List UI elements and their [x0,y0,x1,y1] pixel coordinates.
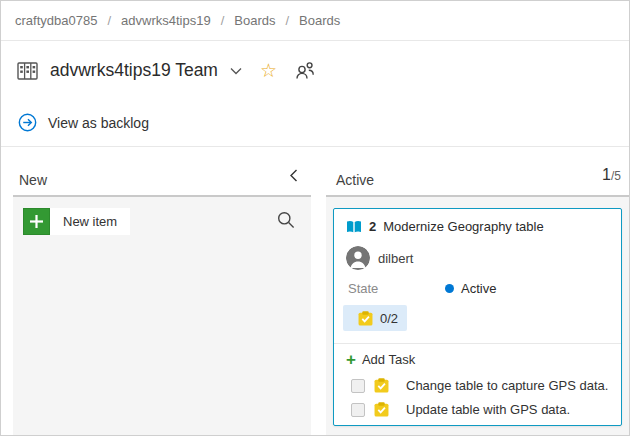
breadcrumb-separator: / [221,13,225,28]
view-as-backlog-link[interactable]: View as backlog [48,115,149,131]
user-story-icon [346,220,362,234]
task-title[interactable]: Update table with GPS data. [406,402,570,417]
state-dot-icon [445,284,454,293]
task-row: Update table with GPS data. [351,402,615,417]
chevron-left-icon[interactable] [289,169,298,182]
search-icon[interactable] [277,211,295,229]
chevron-down-icon[interactable] [230,67,242,75]
new-item-button[interactable]: New item [23,208,130,235]
column-count-limit: /5 [611,169,621,183]
star-icon[interactable]: ☆ [260,61,277,80]
view-as-backlog-row: View as backlog [1,99,629,147]
plus-icon [23,208,50,235]
column-new: New item [13,197,311,435]
board-grid-icon [17,62,38,80]
team-title[interactable]: advwrks4tips19 Team [50,60,218,81]
state-value[interactable]: Active [461,281,496,296]
arrow-circle-icon [18,113,37,132]
team-header: advwrks4tips19 Team ☆ [1,42,629,99]
task-title[interactable]: Change table to capture GPS data. [406,378,608,393]
breadcrumb-boards-hub[interactable]: Boards [234,13,275,28]
breadcrumb-separator: / [107,13,111,28]
column-wip-count: 1/5 [602,166,621,184]
work-item-card[interactable]: 2 Modernize Geography table dilbert Stat… [333,208,622,426]
breadcrumb-project[interactable]: advwrks4tips19 [121,13,211,28]
breadcrumb-separator: / [285,13,289,28]
plus-icon: + [346,351,356,368]
task-checkbox[interactable] [351,379,365,393]
task-icon [358,311,373,326]
task-progress-count: 0/2 [380,311,398,326]
breadcrumb-boards-page[interactable]: Boards [299,13,340,28]
work-item-title[interactable]: Modernize Geography table [383,219,543,234]
card-divider [334,343,621,344]
column-count-current: 1 [602,166,611,183]
task-checkbox[interactable] [351,403,365,417]
task-progress-badge[interactable]: 0/2 [343,305,407,331]
assignee-row[interactable]: dilbert [346,246,413,270]
add-task-label: Add Task [362,352,415,367]
assignee-name: dilbert [378,251,413,266]
state-row: State Active [348,281,611,296]
task-icon [374,378,389,393]
work-item-id: 2 [369,219,376,234]
column-header-active: Active [336,164,624,195]
column-active: 2 Modernize Geography table dilbert Stat… [326,197,630,435]
task-icon [374,402,389,417]
add-task-button[interactable]: + Add Task [346,351,415,368]
task-row: Change table to capture GPS data. [351,378,615,393]
boards-page: craftydba0785 / advwrks4tips19 / Boards … [0,0,630,436]
column-header-new: New [19,164,303,195]
breadcrumb-organization[interactable]: craftydba0785 [15,13,97,28]
breadcrumb: craftydba0785 / advwrks4tips19 / Boards … [1,1,629,41]
state-label: State [348,281,445,296]
card-title-row: 2 Modernize Geography table [346,219,613,234]
team-members-icon[interactable] [295,61,315,80]
new-item-label: New item [50,208,130,235]
avatar [346,246,370,270]
